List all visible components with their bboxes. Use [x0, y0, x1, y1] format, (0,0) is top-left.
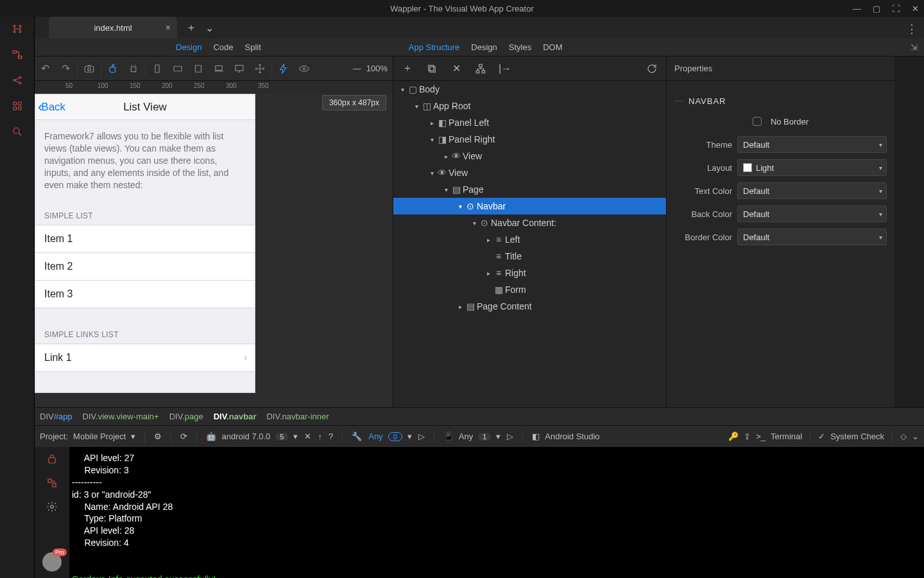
breadcrumb-item[interactable]: DIV.view.view-main+ [83, 412, 159, 421]
tablet-landscape-icon[interactable] [167, 58, 188, 79]
redo-icon[interactable]: ↷ [55, 58, 76, 79]
chevron-down-icon[interactable]: ▾ [407, 432, 412, 441]
emulator-any[interactable]: Any [368, 432, 382, 441]
lightning-icon[interactable] [273, 58, 294, 79]
collapse-terminal-icon[interactable]: ⌄ [912, 432, 919, 441]
apple-icon[interactable] [103, 58, 123, 79]
device-any[interactable]: Any [459, 432, 473, 441]
no-border-checkbox[interactable] [753, 117, 762, 126]
chevron-down-icon[interactable]: ▾ [293, 432, 298, 441]
deploy-icon[interactable]: ⇪ [744, 432, 751, 441]
tree-node-panel-left[interactable]: ▸◧Panel Left [393, 114, 666, 131]
restore-icon[interactable]: ▢ [873, 4, 880, 13]
preview-back-button[interactable]: ‹ Back [35, 99, 65, 116]
phone-icon[interactable] [147, 58, 167, 79]
settings-icon[interactable] [46, 501, 58, 514]
move-icon[interactable] [250, 58, 270, 79]
help-icon[interactable]: ? [329, 432, 333, 441]
prop-backcolor-select[interactable]: Default▾ [737, 206, 887, 222]
close-platform-icon[interactable]: ✕ [304, 432, 311, 441]
breadcrumb-item[interactable]: DIV#app [40, 412, 73, 421]
new-tab-icon[interactable]: ＋ [186, 21, 196, 35]
tree-node-view[interactable]: ▾👁View [393, 164, 666, 181]
breadcrumb-item[interactable]: DIV.page [169, 412, 203, 421]
search-icon[interactable] [8, 123, 27, 140]
close-icon[interactable]: ✕ [912, 4, 919, 13]
tab-close-icon[interactable]: × [166, 22, 171, 33]
breadcrumb-item[interactable]: DIV.navbar-inner [266, 412, 329, 421]
add-node-icon[interactable]: ＋ [397, 58, 418, 79]
zoom-out-icon[interactable]: — [353, 64, 361, 73]
panel-styles[interactable]: Styles [509, 42, 531, 52]
prop-bordercolor-select[interactable]: Default▾ [737, 229, 887, 245]
undo-icon[interactable]: ↶ [35, 58, 55, 79]
tree-node-body[interactable]: ▾▢Body [393, 81, 666, 98]
maximize-icon[interactable]: ⛶ [892, 4, 900, 13]
platform-value[interactable]: android 7.0.0 [221, 432, 270, 441]
copy-icon[interactable] [422, 58, 442, 79]
minimize-icon[interactable]: — [853, 4, 861, 13]
upload-icon[interactable]: ↑ [318, 432, 322, 441]
breadcrumb-item[interactable]: DIV.navbar [214, 412, 257, 421]
terminal-output[interactable]: API level: 27 Revision: 3 ---------- id:… [69, 447, 924, 578]
apps-icon[interactable] [8, 98, 27, 114]
gear-icon[interactable]: ⚙ [154, 432, 162, 441]
prop-theme-select[interactable]: Default▾ [737, 136, 887, 153]
tablet-icon[interactable] [188, 58, 209, 79]
laptop-icon[interactable] [209, 58, 229, 79]
mode-design[interactable]: Design [176, 42, 201, 52]
chevron-down-icon[interactable]: ▾ [496, 432, 501, 441]
delete-icon[interactable]: ✕ [446, 58, 466, 79]
preview-navbar[interactable]: ‹ Back List View [35, 94, 255, 120]
sitemap-icon[interactable] [8, 21, 27, 37]
collapse-panels-icon[interactable]: ⇲ [911, 42, 918, 52]
android-icon[interactable] [123, 58, 144, 79]
project-name[interactable]: Mobile Project [73, 432, 126, 441]
list-item[interactable]: Item 2 [35, 252, 255, 281]
desktop-icon[interactable] [229, 58, 250, 79]
camera-icon[interactable] [79, 58, 99, 79]
list-item[interactable]: Link 1 › [35, 344, 255, 372]
terminal-button[interactable]: Terminal [771, 432, 802, 441]
flow-icon[interactable] [8, 46, 27, 63]
export-icon[interactable]: |→ [495, 58, 515, 79]
list-item[interactable]: Item 3 [35, 280, 255, 308]
tree-node-view[interactable]: ▸👁View [393, 148, 666, 164]
tree-node-panel-right[interactable]: ▾◨Panel Right [393, 131, 666, 148]
mode-split[interactable]: Split [245, 42, 261, 52]
list-item[interactable]: Item 1 [35, 225, 255, 253]
play-icon[interactable]: ▷ [418, 432, 425, 441]
play-device-icon[interactable]: ▷ [507, 432, 513, 441]
prop-textcolor-select[interactable]: Default▾ [737, 182, 887, 199]
share-icon[interactable] [8, 72, 27, 89]
clear-icon[interactable]: ◇ [900, 432, 907, 441]
tree-node-form[interactable]: ▦Form [393, 281, 666, 298]
tree-node-page-content[interactable]: ▸▤Page Content [393, 298, 666, 315]
tree-node-approot[interactable]: ▾◫App Root [393, 98, 666, 114]
panel-design[interactable]: Design [471, 42, 497, 52]
wrench-icon[interactable]: 🔧 [352, 432, 362, 441]
eye-icon[interactable] [294, 58, 314, 79]
sync-icon[interactable]: ⟳ [180, 432, 187, 441]
tab-index-html[interactable]: index.html × [49, 17, 177, 39]
tree-node-title[interactable]: ≡Title [393, 248, 666, 265]
tree-node-page[interactable]: ▾▤Page [393, 181, 666, 198]
tab-menu-icon[interactable]: ⌄ [205, 22, 214, 34]
panel-dom[interactable]: DOM [543, 42, 562, 52]
canvas[interactable]: 360px x 487px ‹ Back List View Framework… [35, 94, 393, 407]
package-icon[interactable] [46, 453, 58, 467]
hierarchy-icon[interactable] [470, 58, 491, 79]
tree-node-navbar[interactable]: ▾⊙Navbar [393, 198, 666, 215]
chevron-down-icon[interactable]: ▾ [131, 432, 135, 441]
tree-node-left[interactable]: ▸≡Left [393, 231, 666, 248]
cert-icon[interactable]: 🔑 [728, 432, 739, 441]
avatar[interactable]: Pro [42, 552, 62, 572]
prop-layout-select[interactable]: Light▾ [737, 159, 887, 176]
panel-app-structure[interactable]: App Structure [409, 42, 460, 52]
tree-node-right[interactable]: ▸≡Right [393, 265, 666, 281]
refresh-icon[interactable] [642, 58, 662, 79]
overflow-menu-icon[interactable]: ⋮ [906, 22, 918, 36]
android-studio-button[interactable]: Android Studio [545, 432, 599, 441]
extensions-icon[interactable] [46, 477, 58, 491]
tree-node-navbar-content[interactable]: ▾⊙Navbar Content: [393, 215, 666, 231]
